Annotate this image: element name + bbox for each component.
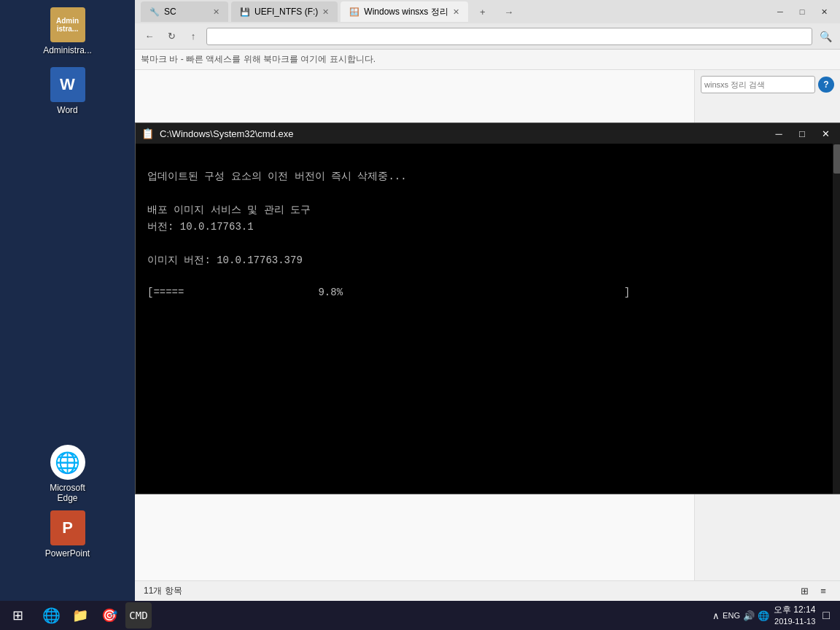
maximize-button[interactable]: □ xyxy=(792,4,812,19)
edge-label: MicrosoftEdge xyxy=(50,483,85,503)
nav-refresh-button[interactable]: ↻ xyxy=(163,28,180,45)
tab-uefi[interactable]: 💾 UEFI_NTFS (F:) ✕ xyxy=(231,1,338,22)
desktop-sidebar: Administra... Administra... W Word X Exc… xyxy=(0,0,135,601)
sidebar-search-area: ? xyxy=(701,76,834,93)
tab-sc-close[interactable]: ✕ xyxy=(213,7,219,17)
tray-keyboard-icon: ENG xyxy=(723,611,740,620)
taskbar-right: ∧ ENG 🔊 🌐 오후 12:14 2019-11-13 □ xyxy=(712,604,840,627)
cmd-line-7: 이미지 버전: 10.0.17763.379 xyxy=(147,253,830,268)
desktop: Administra... Administra... W Word X Exc… xyxy=(0,0,840,630)
cmd-line-1 xyxy=(147,152,830,168)
taskbar-explorer-button[interactable]: 📁 xyxy=(67,602,93,629)
cmd-line-4: 배포 이미지 서비스 및 관리 도구 xyxy=(147,203,830,218)
nav-back-button[interactable]: ← xyxy=(141,28,158,45)
tab-winsxs-close[interactable]: ✕ xyxy=(453,7,459,17)
cmd-line-3 xyxy=(147,186,830,201)
tab-winsxs[interactable]: 🪟 Windows winsxs 정리 ✕ xyxy=(341,1,467,22)
tab-sc-label: SC xyxy=(164,7,176,17)
cmd-icon: 📋 xyxy=(141,128,154,139)
edge-icon: 🌐 xyxy=(50,445,85,480)
notification-button[interactable]: □ xyxy=(820,609,833,622)
cmd-scroll-thumb xyxy=(833,144,840,174)
powerpoint-icon: P xyxy=(50,510,85,545)
browser-addressbar: ← ↻ ↑ 🔍 xyxy=(135,23,840,50)
tray-volume-icon[interactable]: 🔊 xyxy=(743,610,755,621)
search-button[interactable]: 🔍 xyxy=(817,28,834,45)
start-button[interactable]: ⊞ xyxy=(0,601,35,630)
tab-winsxs-label: Windows winsxs 정리 xyxy=(364,6,448,18)
progress-suffix: ] xyxy=(624,287,630,298)
cmd-close-button[interactable]: ✕ xyxy=(815,126,836,141)
progress-percent: 9.8% xyxy=(318,287,343,298)
bookmarks-bar: 북마크 바 - 빠른 액세스를 위해 북마크를 여기에 표시합니다. xyxy=(135,50,840,70)
admin-label: Administra... xyxy=(43,45,92,55)
sidebar-search-input[interactable] xyxy=(701,76,815,93)
admin-icon: Administra... xyxy=(50,7,85,42)
progress-prefix: [===== xyxy=(147,287,184,298)
cmd-content: 업데이트된 구성 요소의 이전 버전이 즉시 삭제중... 배포 이미지 서비스… xyxy=(136,144,840,494)
desktop-icon-admin[interactable]: Administra... Administra... xyxy=(39,7,97,55)
status-text: 11개 항목 xyxy=(144,585,182,597)
date-display: 2019-11-13 xyxy=(774,616,815,627)
cmd-window: 📋 C:\Windows\System32\cmd.exe ─ □ ✕ 업데이트… xyxy=(135,122,840,494)
address-bar[interactable] xyxy=(206,28,812,45)
taskbar-extra-button[interactable]: 🎯 xyxy=(96,602,122,629)
powerpoint-label: PowerPoint xyxy=(45,548,90,559)
taskbar-time[interactable]: 오후 12:14 2019-11-13 xyxy=(774,604,815,627)
desktop-icon-edge[interactable]: 🌐 MicrosoftEdge xyxy=(39,445,97,503)
browser-content-main: 📋 C:\Windows\System32\cmd.exe ─ □ ✕ 업데이트… xyxy=(135,70,694,580)
address-right-buttons: 🔍 xyxy=(817,28,834,45)
close-button[interactable]: ✕ xyxy=(814,4,834,19)
tab-uefi-close[interactable]: ✕ xyxy=(322,7,329,17)
bookmarks-placeholder: 북마크 바 - 빠른 액세스를 위해 북마크를 여기에 표시합니다. xyxy=(141,53,376,66)
tab-sc[interactable]: 🔧 SC ✕ xyxy=(141,1,228,22)
tray-icons: ∧ ENG 🔊 🌐 xyxy=(712,610,769,621)
cmd-line-8 xyxy=(147,270,830,285)
cmd-progress-bar: [===== 9.8% ] xyxy=(147,287,830,298)
status-right-buttons: ⊞ ≡ xyxy=(796,583,831,599)
view-list-button[interactable]: ≡ xyxy=(815,583,831,599)
tab-uefi-label: UEFI_NTFS (F:) xyxy=(254,7,318,17)
taskbar: ⊞ 🌐 📁 🎯 CMD ∧ ENG 🔊 🌐 오후 12:14 2019-11-1… xyxy=(0,601,840,630)
nav-up-button[interactable]: ↑ xyxy=(184,28,202,45)
desktop-icon-powerpoint[interactable]: P PowerPoint xyxy=(39,510,97,559)
cmd-titlebar: 📋 C:\Windows\System32\cmd.exe ─ □ ✕ xyxy=(136,123,840,144)
desktop-icon-word[interactable]: W Word xyxy=(39,67,97,115)
cmd-line-5: 버전: 10.0.17763.1 xyxy=(147,219,830,235)
sidebar-help-button[interactable]: ? xyxy=(818,77,834,93)
browser-content: 📋 C:\Windows\System32\cmd.exe ─ □ ✕ 업데이트… xyxy=(135,70,840,580)
word-label: Word xyxy=(57,105,77,115)
cmd-title: C:\Windows\System32\cmd.exe xyxy=(160,128,763,139)
cmd-maximize-button[interactable]: □ xyxy=(792,126,812,141)
browser-window: 🔧 SC ✕ 💾 UEFI_NTFS (F:) ✕ 🪟 Windows wins… xyxy=(135,0,840,601)
cmd-scrollbar[interactable] xyxy=(833,144,840,494)
new-tab-button[interactable]: + xyxy=(474,3,491,20)
browser-window-controls: ─ □ ✕ xyxy=(770,4,834,19)
cmd-line-6 xyxy=(147,236,830,252)
cmd-line-2: 업데이트된 구성 요소의 이전 버전이 즉시 삭제중... xyxy=(147,169,830,184)
nav-forward-button[interactable]: → xyxy=(500,3,518,20)
cmd-minimize-button[interactable]: ─ xyxy=(769,126,789,141)
taskbar-icons: 🌐 📁 🎯 CMD xyxy=(35,602,155,629)
tray-network-icon[interactable]: 🌐 xyxy=(758,610,769,621)
cmd-window-controls: ─ □ ✕ xyxy=(769,126,836,141)
tab-sc-icon: 🔧 xyxy=(149,7,160,17)
tab-uefi-icon: 💾 xyxy=(240,7,250,17)
browser-statusbar: 11개 항목 ⊞ ≡ xyxy=(135,580,840,601)
tab-winsxs-icon: 🪟 xyxy=(349,7,359,17)
view-toggle-button[interactable]: ⊞ xyxy=(796,583,812,599)
browser-titlebar: 🔧 SC ✕ 💾 UEFI_NTFS (F:) ✕ 🪟 Windows wins… xyxy=(135,0,840,23)
minimize-button[interactable]: ─ xyxy=(770,4,790,19)
time-display: 오후 12:14 xyxy=(774,604,815,616)
tray-arrow-icon[interactable]: ∧ xyxy=(712,610,720,621)
taskbar-edge-button[interactable]: 🌐 xyxy=(38,602,64,629)
progress-spaces xyxy=(190,287,312,298)
progress-spaces2 xyxy=(349,287,618,298)
word-icon: W xyxy=(50,67,85,102)
taskbar-cmd-button[interactable]: CMD xyxy=(125,602,152,629)
